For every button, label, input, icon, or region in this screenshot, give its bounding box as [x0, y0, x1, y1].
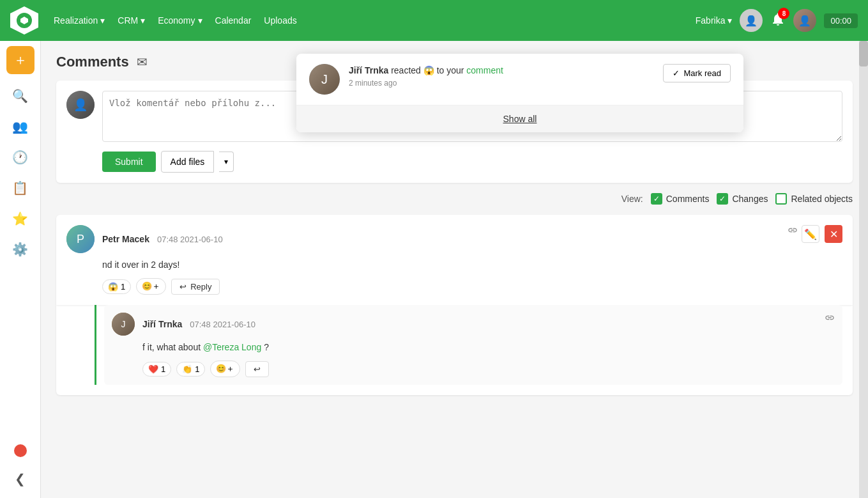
reaction-clap-2[interactable]: 👏 1	[176, 362, 205, 377]
scrollbar-thumb[interactable]	[859, 41, 868, 66]
comment-footer-1: 😱 1 😊＋ ↩ Reply	[102, 278, 842, 295]
submit-button[interactable]: Submit	[102, 152, 156, 172]
notification-text: Jiří Trnka reacted 😱 to your comment	[349, 64, 654, 77]
changes-label: Changes	[732, 194, 768, 204]
comment-body-2: f it, what about @Tereza Long ?	[142, 341, 835, 354]
comment-link-button-2[interactable]	[825, 313, 835, 325]
comment-footer-2: ❤️ 1 👏 1 😊＋ ↩	[142, 361, 835, 377]
user-avatar[interactable]: 👤	[793, 9, 816, 32]
sidebar-item-tasks[interactable]: 📋	[6, 174, 34, 202]
reply-button-1[interactable]: ↩ Reply	[171, 279, 220, 295]
sidebar: ＋ 🔍 👥 🕐 📋 ⭐ ⚙️ ❮	[0, 41, 41, 498]
comment-body-1: nd it over in 2 days!	[102, 258, 842, 272]
red-dot-icon	[14, 444, 27, 457]
comment-author-1: Petr Macek	[102, 234, 149, 244]
changes-checkbox[interactable]	[717, 193, 728, 205]
related-objects-label: Related objects	[791, 194, 853, 204]
notification-item: J Jiří Trnka reacted 😱 to your comment 2…	[296, 54, 743, 105]
add-emoji-button-1[interactable]: 😊＋	[136, 278, 166, 295]
add-files-dropdown-button[interactable]: ▾	[219, 152, 234, 172]
nested-comment-container: J Jiří Trnka 07:48 2021-06-10 f it, what…	[95, 305, 842, 385]
reaction-scared-1[interactable]: 😱 1	[102, 279, 131, 294]
sidebar-bottom: ❮	[6, 437, 34, 493]
view-option-comments[interactable]: Comments	[651, 193, 710, 205]
top-menu: Realization ▾ CRM ▾ Economy ▾ Calendar U…	[54, 15, 680, 26]
sidebar-item-history[interactable]: 🕐	[6, 143, 34, 171]
sidebar-status-indicator[interactable]	[6, 437, 34, 465]
comment-author-2: Jiří Trnka	[142, 319, 182, 329]
related-objects-checkbox[interactable]	[775, 193, 787, 205]
comment-card-1: P Petr Macek 07:48 2021-06-10 nd it over…	[56, 215, 853, 305]
scrollbar-track	[859, 41, 868, 498]
notification-popup: J Jiří Trnka reacted 😱 to your comment 2…	[296, 54, 743, 132]
notification-bell[interactable]: 8	[770, 12, 786, 29]
view-filters: View: Comments Changes Related objects	[56, 193, 853, 205]
view-option-related-objects[interactable]: Related objects	[775, 193, 853, 205]
comment-mention: @Tereza Long	[203, 342, 261, 352]
notification-content: Jiří Trnka reacted 😱 to your comment 2 m…	[349, 64, 654, 88]
comment-delete-button-1[interactable]: ✕	[825, 225, 842, 243]
top-right: Fabrika ▾ 👤 8 👤 00:00	[696, 9, 858, 32]
add-files-button[interactable]: Add files	[161, 151, 215, 173]
sidebar-item-settings[interactable]: ⚙️	[6, 235, 34, 263]
menu-item-crm[interactable]: CRM ▾	[118, 15, 145, 26]
notification-count: 8	[778, 8, 789, 19]
sidebar-item-favorites[interactable]: ⭐	[6, 205, 34, 233]
email-icon[interactable]: ✉	[137, 54, 148, 70]
logo[interactable]	[10, 6, 38, 35]
show-all-notifications[interactable]: Show all	[296, 105, 743, 132]
company-selector[interactable]: Fabrika ▾	[696, 15, 733, 26]
user-profile-small[interactable]: 👤	[740, 9, 763, 32]
notification-time: 2 minutes ago	[349, 79, 654, 88]
jiri-trnka-avatar-small: J	[112, 313, 135, 336]
sidebar-item-add[interactable]: ＋	[6, 46, 34, 74]
comment-link-button-1[interactable]	[788, 225, 798, 238]
sidebar-item-back[interactable]: ❮	[6, 465, 34, 493]
logo-inner	[17, 13, 32, 28]
comments-label: Comments	[666, 194, 710, 204]
reply-button-2[interactable]: ↩	[245, 361, 269, 377]
menu-item-realization[interactable]: Realization ▾	[54, 15, 105, 26]
menu-item-calendar[interactable]: Calendar	[215, 15, 252, 26]
notif-actor-avatar: J	[309, 64, 340, 95]
menu-item-economy[interactable]: Economy ▾	[158, 15, 202, 26]
petr-macek-avatar: P	[66, 225, 95, 253]
current-user-avatar: 👤	[66, 91, 95, 119]
page-title: Comments	[56, 54, 129, 70]
comment-actions: Submit Add files ▾	[102, 151, 842, 173]
comment-edit-button-1[interactable]: ✏️	[802, 225, 819, 243]
comment-meta-1: 07:48 2021-06-10	[157, 235, 223, 244]
mark-read-button[interactable]: ✓ Mark read	[663, 64, 731, 82]
sidebar-item-search[interactable]: 🔍	[6, 82, 34, 110]
clock-display: 00:00	[824, 13, 858, 28]
comment-card-2: J Jiří Trnka 07:48 2021-06-10 f it, what…	[104, 305, 842, 385]
menu-item-uploads[interactable]: Uploads	[264, 15, 296, 26]
add-emoji-button-2[interactable]: 😊＋	[210, 361, 240, 377]
sidebar-item-users[interactable]: 👥	[6, 113, 34, 141]
top-navigation: Realization ▾ CRM ▾ Economy ▾ Calendar U…	[0, 0, 868, 41]
view-option-changes[interactable]: Changes	[717, 193, 768, 205]
notification-comment-link[interactable]: comment	[466, 65, 503, 75]
comment-meta-2: 07:48 2021-06-10	[190, 320, 255, 329]
show-all-link[interactable]: Show all	[503, 114, 537, 124]
comments-checkbox[interactable]	[651, 193, 662, 205]
view-label: View:	[621, 194, 643, 204]
comment-header-2: J Jiří Trnka 07:48 2021-06-10	[112, 313, 835, 336]
comment-header-1: P Petr Macek 07:48 2021-06-10	[66, 225, 842, 253]
reaction-heart-2[interactable]: ❤️ 1	[142, 362, 171, 377]
